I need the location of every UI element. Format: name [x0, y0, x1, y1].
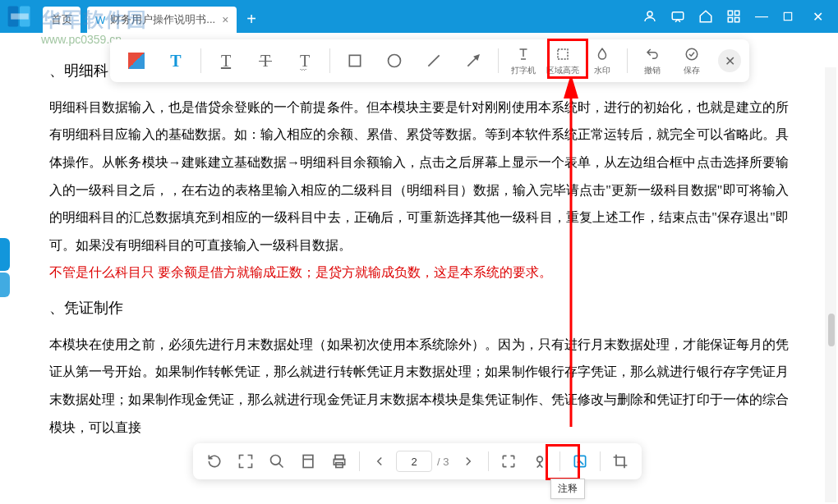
page-total: / 3 — [437, 456, 449, 468]
section-heading-2: 、凭证制作 — [49, 293, 789, 324]
toolbar-close-button[interactable]: ✕ — [718, 49, 741, 72]
svg-rect-6 — [735, 11, 739, 15]
annotate-tooltip: 注释 — [550, 479, 585, 499]
arrow-tool-button[interactable] — [455, 43, 491, 79]
left-sidebar-handle[interactable] — [0, 238, 10, 304]
line-tool-button[interactable] — [416, 43, 452, 79]
area-highlight-button[interactable]: 区域高亮 — [545, 43, 581, 79]
undo-button[interactable]: 撤销 — [634, 43, 670, 79]
tab-document-label: 财务用户操作说明书... — [110, 12, 215, 27]
svg-rect-7 — [728, 18, 732, 22]
svg-line-20 — [279, 464, 283, 468]
user-icon[interactable] — [642, 9, 657, 24]
page-number-input[interactable] — [396, 451, 432, 472]
typewriter-button[interactable]: 打字机 — [505, 43, 541, 79]
new-tab-button[interactable]: + — [246, 10, 256, 29]
apps-icon[interactable] — [726, 9, 741, 24]
svg-point-26 — [537, 456, 543, 462]
word-icon: W — [95, 14, 105, 26]
svg-point-19 — [271, 456, 281, 465]
print-button[interactable] — [325, 447, 354, 476]
wavy-tool-button[interactable]: T〰 — [287, 43, 323, 79]
home-icon[interactable] — [698, 9, 713, 24]
paragraph-red: 不管是什么科目只 要余额是借方就输成正数；是贷方就输成负数，这是本系统的要求。 — [49, 259, 789, 286]
document-viewport: 、明细科 明细科目数据输入，也是借贷余登账的一个前提条件。但本模块主要是针对刚刚… — [0, 33, 838, 504]
next-page-button[interactable] — [454, 447, 483, 476]
tab-home[interactable]: 首页 — [43, 7, 81, 33]
svg-point-16 — [686, 48, 698, 60]
text-tool-button[interactable]: T — [158, 43, 194, 79]
tab-close-icon[interactable]: × — [222, 13, 228, 26]
tab-home-label: 首页 — [51, 12, 72, 27]
underline-tool-button[interactable]: T — [208, 43, 244, 79]
page-layout-button[interactable] — [293, 447, 323, 476]
titlebar: 首页 W 财务用户操作说明书... × + — ✕ — [0, 0, 838, 33]
svg-point-3 — [647, 11, 652, 16]
reading-mode-button[interactable] — [525, 447, 555, 476]
app-logo — [3, 2, 36, 31]
bottom-toolbar: / 3 — [193, 443, 642, 479]
svg-rect-2 — [11, 13, 29, 19]
window-controls: — ✕ — [642, 0, 838, 33]
svg-rect-15 — [558, 49, 568, 59]
crop-button[interactable] — [605, 447, 635, 476]
chat-icon[interactable] — [670, 9, 685, 24]
svg-line-12 — [428, 55, 439, 66]
minimize-button[interactable]: — — [754, 9, 769, 24]
paragraph-1: 明细科目数据输入，也是借贷余登账的一个前提条件。但本模块主要是针对刚刚使用本系统… — [49, 94, 789, 259]
svg-rect-4 — [672, 12, 684, 20]
fit-page-button[interactable] — [231, 447, 260, 476]
strikethrough-tool-button[interactable]: T — [247, 43, 283, 79]
fullscreen-button[interactable] — [494, 447, 523, 476]
color-picker-button[interactable] — [118, 43, 154, 79]
save-button[interactable]: 保存 — [674, 43, 710, 79]
ellipse-tool-button[interactable] — [376, 43, 412, 79]
rectangle-tool-button[interactable] — [337, 43, 373, 79]
watermark-button[interactable]: 水印 — [584, 43, 620, 79]
paragraph-2: 本模块在使用之前，必须先进行月末数据处理（如果初次使用本系统除外）。因为，只有进… — [49, 331, 789, 441]
svg-rect-8 — [735, 18, 739, 22]
tab-document[interactable]: W 财务用户操作说明书... × — [87, 7, 237, 33]
svg-rect-9 — [784, 12, 791, 20]
maximize-button[interactable] — [782, 11, 797, 22]
vertical-scrollbar[interactable] — [825, 67, 836, 502]
rotate-button[interactable] — [200, 447, 229, 476]
zoom-button[interactable] — [262, 447, 292, 476]
annotation-toolbar: T T T T〰 打字机 区域高亮 水印 撤销 保存 ✕ — [110, 39, 749, 82]
svg-point-11 — [389, 55, 401, 67]
annotate-button[interactable] — [565, 447, 595, 476]
prev-page-button[interactable] — [365, 447, 394, 476]
svg-rect-21 — [303, 456, 313, 468]
document-body: 、明细科 明细科目数据输入，也是借贷余登账的一个前提条件。但本模块主要是针对刚刚… — [0, 33, 838, 457]
close-button[interactable]: ✕ — [810, 9, 825, 25]
svg-rect-10 — [349, 55, 360, 66]
svg-rect-5 — [728, 11, 732, 15]
